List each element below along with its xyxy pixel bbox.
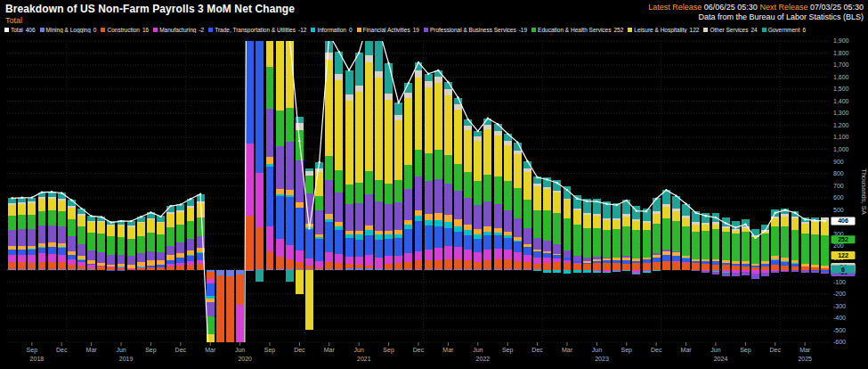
bar-stack [266, 0, 274, 270]
bar-stack [246, 0, 254, 271]
svg-text:1,600: 1,600 [833, 74, 849, 80]
bar-stack [8, 198, 16, 270]
bar-stack [622, 200, 630, 271]
bar-stack [632, 206, 640, 275]
svg-text:1,200: 1,200 [833, 122, 849, 128]
svg-text:1,400: 1,400 [833, 98, 849, 104]
svg-text:Mar: Mar [442, 347, 454, 353]
svg-text:1,500: 1,500 [833, 86, 849, 92]
svg-text:Jun: Jun [473, 347, 483, 353]
svg-text:122: 122 [838, 252, 848, 258]
bar-stack [692, 211, 700, 271]
bar-stack [335, 52, 343, 270]
svg-text:Dec: Dec [175, 347, 187, 353]
bar-stack [801, 217, 809, 273]
bar-stack [553, 180, 561, 273]
payrolls-chart[interactable]: -600-500-400-300-200-1000100200300400500… [0, 0, 868, 369]
bar-stack [87, 216, 95, 269]
svg-text:Jun: Jun [592, 347, 602, 353]
svg-text:Mar: Mar [86, 347, 98, 353]
bar-stack [425, 74, 433, 270]
bar-stack [256, 0, 264, 282]
bar-stack [236, 270, 244, 369]
bar-stack [97, 217, 105, 269]
bar-stack [107, 221, 115, 271]
bar-stack [533, 176, 541, 272]
bar-stack [385, 63, 393, 270]
svg-text:Sep: Sep [27, 347, 38, 354]
bar-stack [573, 195, 581, 273]
svg-text:Sep: Sep [621, 347, 633, 354]
svg-text:Sep: Sep [740, 347, 751, 354]
bar-stack [583, 199, 591, 273]
svg-text:1,300: 1,300 [833, 110, 849, 116]
bar-stack [483, 119, 491, 270]
svg-text:700: 700 [833, 183, 844, 189]
bar-stack [137, 217, 145, 270]
svg-text:Jun: Jun [235, 347, 245, 353]
bar-stack [702, 213, 710, 273]
svg-text:Dec: Dec [531, 347, 543, 353]
svg-text:-200: -200 [833, 291, 846, 297]
svg-text:Sep: Sep [264, 347, 276, 354]
svg-text:2022: 2022 [476, 356, 491, 362]
bar-stack [771, 209, 779, 273]
svg-text:Sep: Sep [383, 347, 394, 354]
bar-stack [603, 201, 611, 273]
bar-stack [28, 198, 36, 270]
bar-stack [653, 198, 661, 270]
svg-text:800: 800 [833, 170, 844, 176]
svg-text:-600: -600 [833, 339, 846, 345]
y-axis-labels: -600-500-400-300-200-1000100200300400500… [833, 37, 849, 345]
bar-stack [811, 217, 819, 273]
svg-text:Dec: Dec [651, 347, 662, 353]
bar-stack [672, 196, 680, 270]
y-axis-title: Thousands, SA [860, 168, 868, 214]
svg-text:Mar: Mar [799, 347, 811, 353]
svg-text:600: 600 [833, 194, 844, 201]
svg-text:2025: 2025 [798, 356, 812, 362]
svg-text:Mar: Mar [205, 347, 216, 353]
svg-text:Jun: Jun [116, 347, 126, 353]
svg-text:-500: -500 [833, 327, 846, 333]
bar-stack [564, 186, 572, 274]
svg-text:Dec: Dec [294, 347, 305, 353]
bar-stack [207, 270, 215, 369]
svg-text:2021: 2021 [357, 356, 371, 362]
bar-stack [523, 161, 531, 270]
svg-text:Mar: Mar [681, 347, 693, 353]
bar-stack [593, 199, 601, 274]
bar-stack [454, 98, 462, 270]
bar-stack [781, 209, 789, 272]
bar-stack [732, 221, 740, 277]
svg-text:Sep: Sep [502, 347, 514, 354]
bar-stack [514, 143, 522, 270]
bar-stack [157, 216, 165, 270]
svg-text:1,900: 1,900 [833, 37, 849, 44]
svg-text:Jun: Jun [354, 347, 364, 353]
bar-stack [176, 204, 184, 270]
bar-stack [345, 70, 353, 270]
bar-stack [504, 134, 512, 270]
bar-stack [722, 217, 730, 276]
svg-text:2018: 2018 [30, 356, 45, 362]
bar-stack [464, 119, 472, 270]
bar-stack [127, 221, 135, 270]
bar-stack [543, 177, 551, 273]
svg-text:Jun: Jun [710, 347, 720, 353]
svg-text:1,000: 1,000 [833, 146, 849, 152]
bar-stack [612, 203, 621, 272]
bar-stack [276, 0, 284, 270]
svg-text:2023: 2023 [595, 356, 609, 362]
bar-stack [474, 131, 482, 270]
svg-text:-100: -100 [833, 279, 846, 285]
svg-text:2020: 2020 [238, 356, 252, 362]
svg-text:1,100: 1,100 [833, 134, 849, 140]
bar-stack [643, 209, 651, 272]
svg-text:Dec: Dec [56, 347, 68, 353]
bar-stack [375, 29, 383, 270]
bar-stack [48, 192, 56, 270]
bar-stack [355, 53, 363, 270]
svg-text:Mar: Mar [324, 347, 336, 353]
bar-stack [712, 213, 720, 275]
